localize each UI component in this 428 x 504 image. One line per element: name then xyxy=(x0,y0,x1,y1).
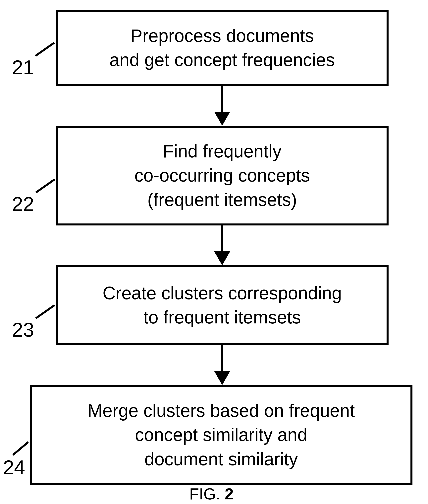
step-3-tick xyxy=(35,304,55,319)
step-1-tick xyxy=(35,42,55,57)
step-2-line-2: co-occurring concepts xyxy=(134,163,310,188)
step-4-line-3: document similarity xyxy=(144,447,298,471)
figure-caption: FIG. 2 xyxy=(189,485,233,503)
arrow-1-to-2-head xyxy=(214,112,230,126)
step-3-line-1: Create clusters corresponding xyxy=(103,281,342,306)
step-2-line-1: Find frequently xyxy=(163,139,281,164)
flowchart-step-4: Merge clusters based on frequent concept… xyxy=(30,385,412,485)
arrow-2-to-3-head xyxy=(214,251,230,265)
figure-caption-number: 2 xyxy=(225,485,234,503)
arrow-3-to-4 xyxy=(221,345,223,373)
flowchart-step-1: Preprocess documents and get concept fre… xyxy=(56,10,388,86)
step-4-tick xyxy=(12,441,29,456)
step-4-line-2: concept similarity and xyxy=(135,423,307,447)
step-4-line-1: Merge clusters based on frequent xyxy=(88,399,355,423)
step-3-label: 23 xyxy=(12,318,34,341)
step-2-tick xyxy=(35,179,55,193)
arrow-2-to-3 xyxy=(221,225,223,253)
step-2-line-3: (frequent itemsets) xyxy=(148,188,297,212)
figure-caption-prefix: FIG. xyxy=(189,485,225,503)
arrow-3-to-4-head xyxy=(214,371,230,385)
step-1-label: 21 xyxy=(12,56,34,79)
step-4-label: 24 xyxy=(3,456,25,479)
step-2-label: 22 xyxy=(12,193,34,215)
flowchart-canvas: Preprocess documents and get concept fre… xyxy=(0,0,428,504)
flowchart-step-2: Find frequently co-occurring concepts (f… xyxy=(56,126,388,225)
flowchart-step-3: Create clusters corresponding to frequen… xyxy=(56,265,388,345)
step-1-line-2: and get concept frequencies xyxy=(110,48,335,72)
arrow-1-to-2 xyxy=(221,86,223,114)
step-3-line-2: to frequent itemsets xyxy=(143,305,301,330)
step-1-line-1: Preprocess documents xyxy=(131,24,314,48)
